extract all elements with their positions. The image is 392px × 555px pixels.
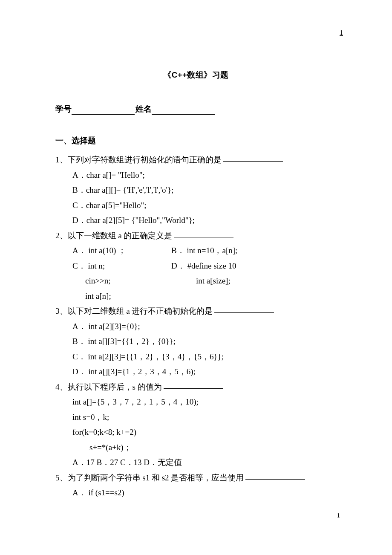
q4-options: A．17 B．27 C．13 D．无定值 xyxy=(72,455,337,470)
q2-blank xyxy=(174,230,233,237)
q2-c-line2: cin>>n; xyxy=(85,273,171,289)
q2-row2: C． int n; D． #define size 10 xyxy=(72,258,337,274)
q2-row3: cin>>n; int a[size]; xyxy=(85,273,337,289)
q1-blank xyxy=(223,154,283,162)
q4-code-4: s+=*(a+k)； xyxy=(89,440,337,455)
q4-code-1: int a[]={5，3，7，2，1，5，4，10); xyxy=(72,394,337,410)
student-name-label: 姓名 xyxy=(135,104,152,113)
q4-stem: 4、执行以下程序后，s 的值为 xyxy=(55,379,337,395)
q2-stem: 2、以下一维数组 a 的正确定义是 xyxy=(55,228,337,243)
q1-stem: 1、下列对字符数组进行初始化的语句正确的是 xyxy=(55,152,337,168)
q2-row1: A． int a(10) ； B． int n=10，a[n]; xyxy=(72,243,337,258)
q3-stem: 3、以下对二维数组 a 进行不正确初始化的是 xyxy=(55,304,337,319)
q3-option-c: C． int a[2][3]={{1，2}，{3，4}，{5，6}}; xyxy=(72,349,337,364)
q2-option-a: A． int a(10) ； xyxy=(72,243,171,258)
q5-option-a: A． if (s1==s2) xyxy=(72,485,337,500)
q2-option-b: B． int n=10，a[n]; xyxy=(171,243,337,258)
q4-code-3: for(k=0;k<8; k+=2) xyxy=(72,425,337,440)
page: 1 《C++数组》习题 学号姓名 一、选择题 1、下列对字符数组进行初始化的语句… xyxy=(0,0,392,526)
q4-blank xyxy=(164,382,223,389)
q3-option-d: D． int a[][3]={1，2，3，4，5，6); xyxy=(72,364,337,379)
q2-option-d: D． #define size 10 xyxy=(171,258,337,274)
student-id-blank xyxy=(72,106,135,115)
q5-stem: 5、为了判断两个字符串 s1 和 s2 是否相等，应当使用 xyxy=(55,470,337,486)
q2-option-c: C． int n; xyxy=(72,258,171,274)
q3-option-b: B． int a[][3]={{1，2}，{0}}; xyxy=(72,334,337,349)
student-name-blank xyxy=(152,106,215,115)
q4-code-2: int s=0，k; xyxy=(72,410,337,425)
q1-option-d: D．char a[2][5]= {"Hello","World"}; xyxy=(72,213,337,228)
q1-option-b: B．char a[][]= {'H','e','l','l','o'}; xyxy=(72,182,337,198)
q2-row4: int a[n]; xyxy=(85,289,337,304)
q1-option-a: A．char a[]= "Hello"; xyxy=(72,168,337,183)
header-page-mark: 1 xyxy=(340,29,343,37)
student-info-line: 学号姓名 xyxy=(55,104,337,115)
section-1-heading: 一、选择题 xyxy=(55,135,337,146)
student-id-label: 学号 xyxy=(55,104,72,113)
q1-option-c: C．char a[5]="Hello"; xyxy=(72,198,337,213)
footer-page-num: 1 xyxy=(337,512,340,519)
doc-title: 《C++数组》习题 xyxy=(55,69,337,80)
q5-blank xyxy=(245,472,305,480)
header-rule xyxy=(55,30,337,30)
q2-d-line2: int a[size]; xyxy=(171,273,337,289)
q3-blank xyxy=(214,306,274,313)
q3-option-a: A． int a[2][3]={0}; xyxy=(72,319,337,334)
